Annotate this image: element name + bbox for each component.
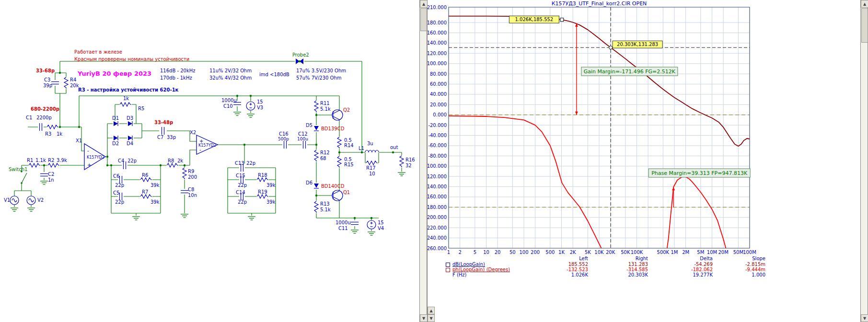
schematic-label[interactable]: imd <180dB (259, 72, 289, 77)
schematic-label[interactable]: D5 (306, 123, 312, 128)
v2-symbol[interactable] (27, 196, 35, 205)
scroll-up-icon[interactable]: ▲ (420, 0, 428, 8)
schematic-label[interactable]: Q1 (343, 190, 350, 195)
r15-symbol[interactable] (337, 156, 342, 168)
schematic-label[interactable]: Q2 (343, 107, 350, 113)
dot-symbol[interactable] (106, 156, 108, 158)
schematic-label[interactable]: 0.5 (344, 157, 352, 162)
schematic-label[interactable]: 22p (238, 183, 247, 188)
r6-symbol[interactable] (140, 177, 152, 182)
schematic-label[interactable]: 1n (48, 177, 54, 183)
schematic-label[interactable]: 5.1k (320, 207, 331, 212)
schematic-canvas[interactable]: -++- Работает в железеКрасным проверены … (0, 0, 419, 322)
schematic-label[interactable]: R3 - настройка устойчивости 620-1к (78, 87, 179, 92)
gnd-symbol[interactable] (11, 208, 18, 211)
schematic-label[interactable]: C15 (236, 173, 245, 178)
gnd-symbol[interactable] (368, 232, 375, 235)
schematic-label[interactable]: R14 (344, 143, 354, 148)
schematic-label[interactable]: 1k (123, 96, 129, 101)
plot-scroll-up-icon[interactable]: ▲ (428, 307, 435, 314)
schematic-label[interactable]: C11 (338, 226, 348, 231)
wire-net-input-supply[interactable] (14, 96, 251, 207)
schematic-label[interactable]: 2k (177, 158, 183, 163)
schematic-label[interactable]: C3 (44, 77, 50, 82)
dot-symbol[interactable] (160, 164, 162, 166)
schematic-label[interactable]: 39k (150, 199, 160, 205)
schematic-vscroll-thumb[interactable] (420, 8, 427, 31)
dot-symbol[interactable] (354, 217, 356, 219)
schematic-label[interactable]: R19 (258, 189, 267, 195)
c16-symbol[interactable] (282, 140, 288, 149)
phase-series-label[interactable]: ph(LoopGain) (Degrees) (452, 267, 510, 272)
schematic-label[interactable]: 100u (297, 137, 308, 141)
schematic-label[interactable]: C7 (157, 135, 163, 140)
gnd-symbol[interactable] (398, 172, 405, 176)
gain-series-label[interactable]: dB(LoopGain) (452, 262, 485, 267)
dot-symbol[interactable] (243, 144, 245, 146)
c1-symbol[interactable] (38, 123, 44, 131)
dot-symbol[interactable] (236, 95, 238, 97)
schematic-label[interactable]: D6 (306, 180, 312, 185)
r11-symbol[interactable] (314, 100, 319, 113)
gnd-symbol[interactable] (248, 217, 255, 220)
schematic-vscrollbar[interactable]: ▲ ▼ (419, 0, 427, 322)
schematic-label[interactable]: out (390, 145, 398, 150)
schematic-label[interactable]: 22p (246, 161, 255, 166)
schematic-label[interactable]: 39k (150, 183, 160, 188)
schematic-label[interactable]: 33p (167, 135, 176, 140)
schematic-label[interactable]: 39p (43, 83, 52, 88)
schematic-label[interactable]: C4 (118, 158, 124, 163)
schematic-label[interactable]: 1.1k (35, 158, 46, 163)
r9-symbol[interactable] (182, 167, 187, 180)
schematic-label[interactable]: 22p (127, 158, 137, 163)
schematic-label[interactable]: R18 (258, 172, 267, 178)
schematic-label[interactable]: Probe2 (292, 52, 309, 58)
dot-symbol[interactable] (59, 126, 61, 128)
dot-symbol[interactable] (370, 217, 372, 219)
schematic-label[interactable]: D4 (127, 141, 133, 146)
schematic-label[interactable]: 22p (115, 183, 124, 188)
schematic-label[interactable]: R2 (48, 158, 54, 163)
schematic-label[interactable]: YuriyB 20 февр 2023 (77, 70, 151, 77)
schematic-label[interactable]: R11 (320, 101, 330, 106)
dot-symbol[interactable] (250, 95, 252, 97)
l1-symbol[interactable] (365, 150, 379, 153)
schematic-label[interactable]: 17u% 3.5V/230 Ohm (296, 68, 346, 73)
plot-vscroll-thumb[interactable] (861, 8, 868, 43)
schematic-label[interactable]: X1 (76, 138, 82, 143)
schematic-label[interactable]: 39k (266, 183, 276, 188)
dot-symbol[interactable] (315, 114, 317, 116)
d5-symbol[interactable] (313, 125, 320, 132)
scroll-up-icon[interactable]: ▲ (861, 0, 868, 8)
gnd-symbol[interactable] (132, 217, 140, 220)
r13-symbol[interactable] (314, 201, 319, 213)
schematic-label[interactable]: C12 (298, 131, 308, 137)
q2-symbol[interactable] (332, 110, 343, 120)
plot-scroll-down-icon[interactable]: ▼ (428, 314, 435, 322)
r7-symbol[interactable] (140, 194, 152, 199)
r4-symbol[interactable] (64, 77, 69, 89)
schematic-label[interactable]: V1 (4, 197, 10, 203)
scroll-down-icon[interactable]: ▼ (861, 314, 868, 322)
dot-symbol[interactable] (338, 151, 340, 153)
gnd-symbol[interactable] (247, 114, 255, 117)
schematic-label[interactable]: 2200p (36, 115, 52, 120)
schematic-label[interactable]: 116dB - 20kHz (160, 68, 196, 73)
schematic-label[interactable]: R8 (168, 158, 174, 163)
schematic-label[interactable]: 39k (266, 199, 276, 205)
q1-symbol[interactable] (332, 190, 343, 201)
v4-symbol[interactable] (367, 220, 376, 229)
schematic-label[interactable]: R15 (344, 162, 354, 167)
schematic-label[interactable]: V3 (257, 105, 263, 110)
r3-symbol[interactable] (46, 125, 59, 129)
schematic-label[interactable]: Switch1 (9, 167, 27, 172)
d3-symbol[interactable] (127, 121, 134, 126)
schematic-label[interactable]: 33-48p (154, 120, 173, 125)
dot-symbol[interactable] (78, 126, 80, 128)
schematic-label[interactable]: C10 (223, 104, 233, 109)
schematic-label[interactable]: Работает в железе (74, 49, 122, 55)
schematic-label[interactable]: 1000u (336, 220, 351, 225)
schematic-label[interactable]: R9 (188, 169, 194, 174)
schematic-label[interactable]: BD139CD (321, 126, 345, 131)
schematic-label[interactable]: C16 (279, 131, 289, 137)
